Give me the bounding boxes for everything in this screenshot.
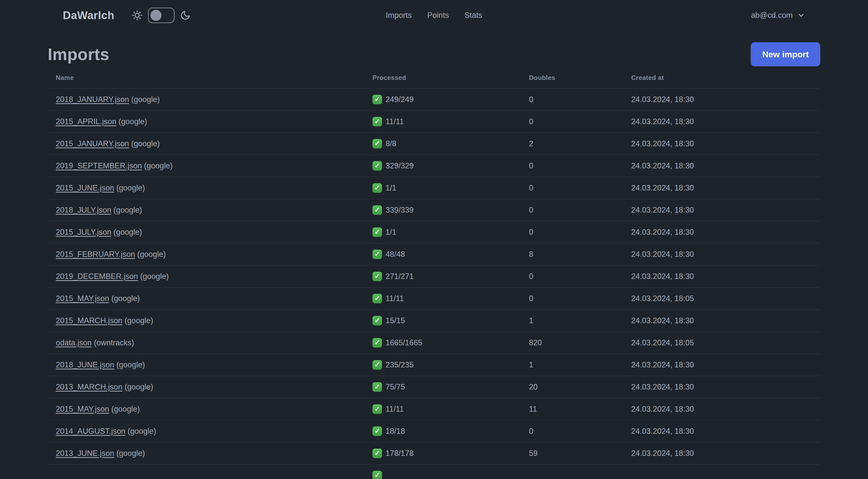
import-file-link[interactable]: 2015_MAY.json	[56, 405, 109, 413]
import-file-link[interactable]: 2015_FEBRUARY.json	[56, 250, 135, 259]
processed-count: 329/329	[385, 161, 414, 170]
name-cell: 2015_FEBRUARY.json (google)	[48, 243, 365, 265]
brand-logo[interactable]: DaWarIch	[63, 9, 114, 22]
check-icon: ✓	[372, 316, 382, 325]
import-file-link[interactable]: 2019_SEPTEMBER.json	[56, 161, 142, 170]
nav-item-points[interactable]: Points	[427, 11, 449, 20]
name-cell: 2015_MAY.json (google)	[48, 398, 365, 420]
import-file-link[interactable]: 2018_JANUARY.json	[56, 95, 129, 104]
user-email: ab@cd.com	[751, 11, 793, 20]
import-source: (google)	[140, 272, 169, 281]
created-at-cell	[623, 465, 820, 479]
sun-icon	[132, 10, 143, 21]
created-at-cell: 24.03.2024, 18:30	[623, 420, 820, 442]
processed-cell: ✓ 8/8	[365, 133, 521, 155]
table-row: 2013_JUNE.json (google) ✓ 178/178 59 24.…	[48, 442, 820, 465]
nav-item-stats[interactable]: Stats	[464, 11, 482, 20]
import-file-link[interactable]: 2014_AUGUST.json	[56, 427, 125, 436]
name-cell: 2018_JULY.json (google)	[48, 199, 365, 221]
created-at-cell: 24.03.2024, 18:30	[623, 243, 820, 265]
import-file-link[interactable]: 2015_JANUARY.json	[56, 139, 129, 148]
table-row: 2018_JUNE.json (google) ✓ 235/235 1 24.0…	[48, 354, 820, 376]
created-at-cell: 24.03.2024, 18:30	[623, 265, 820, 288]
check-icon: ✓	[372, 449, 382, 458]
processed-cell: ✓ 15/15	[365, 310, 521, 332]
import-source: (google)	[125, 316, 153, 325]
created-at-cell: 24.03.2024, 18:30	[623, 133, 820, 155]
processed-count: 11/11	[385, 117, 404, 126]
import-file-link[interactable]: 2018_JUNE.json	[56, 360, 114, 369]
check-icon: ✓	[372, 139, 382, 149]
name-cell: 2015_APRIL.json (google)	[48, 111, 365, 133]
column-header-processed: Processed	[365, 70, 521, 88]
imports-table: Name Processed Doubles Created at 2018_J…	[48, 70, 820, 479]
name-cell: 2015_JULY.json (google)	[48, 221, 365, 243]
chevron-down-icon	[797, 11, 805, 19]
import-source: (google)	[144, 161, 173, 170]
import-source: (google)	[111, 405, 140, 413]
name-cell: 2015_JANUARY.json (google)	[48, 133, 365, 155]
check-icon: ✓	[372, 95, 382, 104]
column-header-doubles: Doubles	[521, 70, 623, 88]
processed-count: 271/271	[385, 272, 414, 281]
table-row: 2015_JULY.json (google) ✓ 1/1 0 24.03.20…	[48, 221, 820, 243]
import-file-link[interactable]: 2013_MARCH.json	[56, 383, 122, 391]
processed-count: 249/249	[385, 95, 414, 104]
import-file-link[interactable]: 2013_JUNE.json	[56, 449, 114, 458]
processed-cell: ✓ 11/11	[365, 111, 521, 133]
imports-page: Imports New import Name Processed Double…	[48, 42, 820, 479]
processed-cell: ✓ 11/11	[365, 398, 521, 420]
name-cell	[48, 465, 365, 479]
import-file-link[interactable]: 2018_JULY.json	[56, 206, 111, 214]
doubles-cell: 820	[521, 332, 623, 354]
doubles-cell: 0	[521, 221, 623, 243]
created-at-cell: 24.03.2024, 18:30	[623, 199, 820, 221]
nav-item-imports[interactable]: Imports	[386, 11, 412, 20]
import-file-link[interactable]: 2019_DECEMBER.json	[56, 272, 138, 281]
check-icon: ✓	[372, 382, 382, 392]
table-row: 2015_MAY.json (google) ✓ 11/11 0 24.03.2…	[48, 288, 820, 310]
name-cell: 2018_JUNE.json (google)	[48, 354, 365, 376]
processed-count: 15/15	[385, 316, 405, 325]
table-row: 2015_APRIL.json (google) ✓ 11/11 0 24.03…	[48, 111, 820, 133]
processed-cell: ✓ 48/48	[365, 243, 521, 265]
table-header-row: Name Processed Doubles Created at	[48, 70, 820, 88]
import-file-link[interactable]: 2015_MARCH.json	[56, 316, 122, 325]
table-row: 2013_MARCH.json (google) ✓ 75/75 20 24.0…	[48, 376, 820, 398]
name-cell: 2014_AUGUST.json (google)	[48, 420, 365, 442]
import-file-link[interactable]: odata.json	[56, 338, 92, 347]
column-header-name: Name	[48, 70, 365, 88]
processed-cell: ✓ 235/235	[365, 354, 521, 376]
import-file-link[interactable]: 2015_APRIL.json	[56, 117, 116, 126]
user-menu[interactable]: ab@cd.com	[751, 11, 805, 20]
processed-count: 11/11	[385, 405, 404, 414]
page-head: Imports New import	[48, 42, 820, 66]
import-file-link[interactable]: 2015_JULY.json	[56, 228, 111, 237]
import-source: (google)	[137, 250, 166, 259]
check-icon: ✓	[372, 405, 382, 414]
doubles-cell: 1	[521, 354, 623, 376]
import-file-link[interactable]: 2015_MAY.json	[56, 294, 109, 303]
new-import-button[interactable]: New import	[751, 42, 820, 66]
doubles-cell: 0	[521, 111, 623, 133]
processed-cell: ✓ 1/1	[365, 221, 521, 243]
name-cell: 2018_JANUARY.json (google)	[48, 88, 365, 111]
processed-cell: ✓ 75/75	[365, 376, 521, 398]
table-row: 2018_JANUARY.json (google) ✓ 249/249 0 2…	[48, 88, 820, 111]
table-row: 2014_AUGUST.json (google) ✓ 18/18 0 24.0…	[48, 420, 820, 442]
import-source: (google)	[111, 294, 140, 303]
doubles-cell: 0	[521, 288, 623, 310]
import-source: (google)	[131, 139, 160, 148]
table-row: 2015_MARCH.json (google) ✓ 15/15 1 24.03…	[48, 310, 820, 332]
processed-cell: ✓ 249/249	[365, 88, 521, 111]
check-icon: ✓	[372, 338, 382, 348]
import-source: (google)	[128, 427, 156, 436]
doubles-cell: 0	[521, 155, 623, 177]
import-file-link[interactable]: 2015_JUNE.json	[56, 183, 114, 192]
created-at-cell: 24.03.2024, 18:30	[623, 398, 820, 420]
check-icon: ✓	[372, 205, 382, 215]
created-at-cell: 24.03.2024, 18:05	[623, 332, 820, 354]
import-source: (google)	[119, 117, 147, 126]
theme-switch[interactable]	[148, 7, 175, 23]
import-source: (google)	[114, 206, 142, 214]
